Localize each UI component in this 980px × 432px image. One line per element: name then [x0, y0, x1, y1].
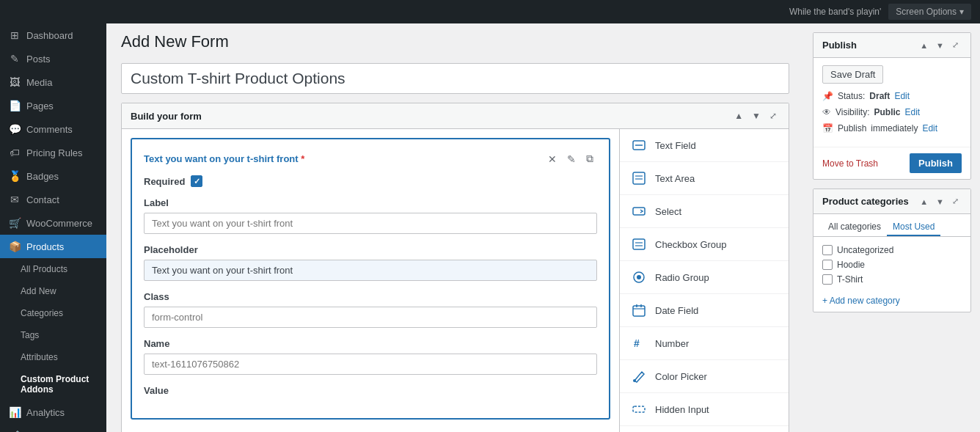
publish-collapse-up[interactable]: ▲	[917, 39, 931, 51]
sidebar-item-add-new[interactable]: Add New	[0, 280, 106, 302]
sidebar-item-attributes[interactable]: Attributes	[0, 346, 106, 368]
sidebar-item-tags[interactable]: Tags	[0, 324, 106, 346]
collapse-down-button[interactable]: ▼	[749, 109, 764, 122]
product-categories-metabox: Product categories ▲ ▼ ⤢ All categories …	[813, 188, 971, 312]
placeholder-field-input[interactable]	[144, 260, 597, 281]
visibility-edit-link[interactable]: Edit	[904, 107, 920, 117]
dashboard-icon: ⊞	[9, 29, 21, 41]
field-type-color-picker[interactable]: Color Picker	[620, 360, 789, 393]
delete-field-button[interactable]: ✕	[544, 151, 560, 166]
number-icon: #	[630, 334, 648, 352]
name-field-label: Name	[144, 338, 597, 349]
color-picker-icon	[630, 367, 648, 385]
sidebar-item-pages[interactable]: 📄 Pages	[0, 94, 106, 117]
field-type-radio-group[interactable]: Radio Group	[620, 261, 789, 294]
sidebar-item-products[interactable]: 📦 Products	[0, 235, 106, 258]
sidebar-item-dashboard[interactable]: ⊞ Dashboard	[0, 23, 106, 47]
checkbox-group-icon	[630, 235, 648, 253]
page-title: Add New Form	[121, 32, 789, 51]
form-title-input[interactable]	[121, 63, 789, 94]
class-field-input[interactable]	[144, 307, 597, 328]
media-icon: 🖼	[9, 76, 21, 88]
category-checkbox-hoodie[interactable]	[822, 260, 833, 270]
publish-button[interactable]: Publish	[910, 153, 962, 173]
field-type-checkbox-group[interactable]: Checkbox Group	[620, 228, 789, 261]
publish-expand[interactable]: ⤢	[949, 39, 962, 51]
label-field-input[interactable]	[144, 213, 597, 234]
category-item-hoodie: Hoodie	[822, 257, 962, 272]
add-category-link[interactable]: + Add new category	[813, 293, 970, 312]
sidebar-item-contact[interactable]: ✉ Contact	[0, 188, 106, 211]
visibility-value: Public	[874, 107, 900, 117]
woocommerce-icon: 🛒	[9, 217, 21, 229]
move-to-trash-link[interactable]: Move to Trash	[822, 158, 878, 169]
screen-options-button[interactable]: Screen Options ▾	[888, 4, 971, 20]
build-form-panel: Build your form ▲ ▼ ⤢ Text you want on	[121, 103, 789, 432]
sidebar-item-analytics[interactable]: 📊 Analytics	[0, 400, 106, 424]
field-type-text-field[interactable]: Text Field	[620, 129, 789, 162]
publish-metabox-body: Save Draft 📌 Status: Draft Edit 👁 Visibi…	[813, 58, 970, 147]
collapse-up-button[interactable]: ▲	[731, 109, 746, 122]
top-bar: While the band's playin' Screen Options …	[0, 0, 980, 23]
sidebar-item-custom-product-addons[interactable]: Custom Product Addons	[0, 368, 106, 400]
sidebar-item-pricing-rules[interactable]: 🏷 Pricing Rules	[0, 141, 106, 164]
class-row: Class	[144, 291, 597, 328]
sidebar-item-media[interactable]: 🖼 Media	[0, 70, 106, 94]
sidebar-right: Publish ▲ ▼ ⤢ Save Draft 📌 Status: Draft…	[804, 23, 980, 432]
pricing-icon: 🏷	[9, 147, 21, 158]
category-tabs: All categories Most Used	[813, 214, 970, 237]
svg-rect-6	[633, 239, 645, 249]
comments-icon: 💬	[9, 123, 21, 135]
svg-rect-2	[633, 172, 645, 184]
category-checkbox-uncategorized[interactable]	[822, 245, 833, 255]
field-type-hidden-input[interactable]: Hidden Input	[620, 393, 789, 426]
publish-collapse-down[interactable]: ▼	[933, 39, 947, 51]
eye-icon: 👁	[822, 107, 831, 117]
sidebar-item-marketing[interactable]: 📣 Marketing	[0, 424, 106, 432]
contact-icon: ✉	[9, 194, 21, 205]
publish-time-edit-link[interactable]: Edit	[922, 123, 937, 133]
date-field-icon	[630, 301, 648, 319]
visibility-row: 👁 Visibility: Public Edit	[822, 107, 962, 117]
publish-metabox-footer: Move to Trash Publish	[813, 147, 970, 179]
save-draft-button[interactable]: Save Draft	[822, 65, 883, 84]
name-field-input[interactable]	[144, 354, 597, 375]
placeholder-field-label: Placeholder	[144, 244, 597, 255]
class-field-label: Class	[144, 291, 597, 302]
field-card-header: Text you want on your t-shirt front * ✕ …	[144, 151, 597, 166]
tab-most-used[interactable]: Most Used	[887, 219, 940, 236]
expand-button[interactable]: ⤢	[767, 109, 780, 122]
categories-expand[interactable]: ⤢	[949, 195, 962, 208]
sidebar-item-woocommerce[interactable]: 🛒 WooCommerce	[0, 211, 106, 235]
categories-collapse-up[interactable]: ▲	[917, 195, 931, 208]
label-row: Label	[144, 197, 597, 234]
edit-field-button[interactable]: ✎	[563, 151, 579, 166]
header-controls: ▲ ▼ ⤢	[731, 109, 780, 122]
category-checkbox-t-shirt[interactable]	[822, 274, 833, 285]
publish-metabox-header: Publish ▲ ▼ ⤢	[813, 33, 970, 58]
status-row: 📌 Status: Draft Edit	[822, 91, 962, 101]
field-type-select[interactable]: Select	[620, 195, 789, 228]
categories-collapse-down[interactable]: ▼	[933, 195, 947, 208]
field-types-panel: Text Field Text Area Selec	[620, 129, 789, 432]
sidebar-item-comments[interactable]: 💬 Comments	[0, 117, 106, 141]
badges-icon: 🏅	[9, 170, 21, 182]
svg-point-10	[637, 275, 641, 279]
svg-point-16	[633, 379, 636, 382]
category-item-uncategorized: Uncategorized	[822, 243, 962, 257]
field-type-text-area[interactable]: Text Area	[620, 162, 789, 195]
build-form-header: Build your form ▲ ▼ ⤢	[122, 103, 789, 129]
field-type-date-field[interactable]: Date Field	[620, 294, 789, 327]
field-type-paragraph[interactable]: ¶ Paragraph	[620, 426, 789, 432]
sidebar-item-posts[interactable]: ✎ Posts	[0, 47, 106, 70]
sidebar-item-all-products[interactable]: All Products	[0, 258, 106, 280]
sidebar-item-categories[interactable]: Categories	[0, 302, 106, 324]
field-type-number[interactable]: # Number	[620, 327, 789, 360]
required-checkbox[interactable]	[191, 175, 202, 187]
copy-field-button[interactable]: ⧉	[582, 151, 597, 166]
tab-all-categories[interactable]: All categories	[822, 219, 887, 236]
calendar-icon: 📅	[822, 123, 833, 133]
svg-rect-17	[633, 406, 645, 412]
status-edit-link[interactable]: Edit	[894, 91, 910, 101]
sidebar-item-badges[interactable]: 🏅 Badges	[0, 164, 106, 188]
